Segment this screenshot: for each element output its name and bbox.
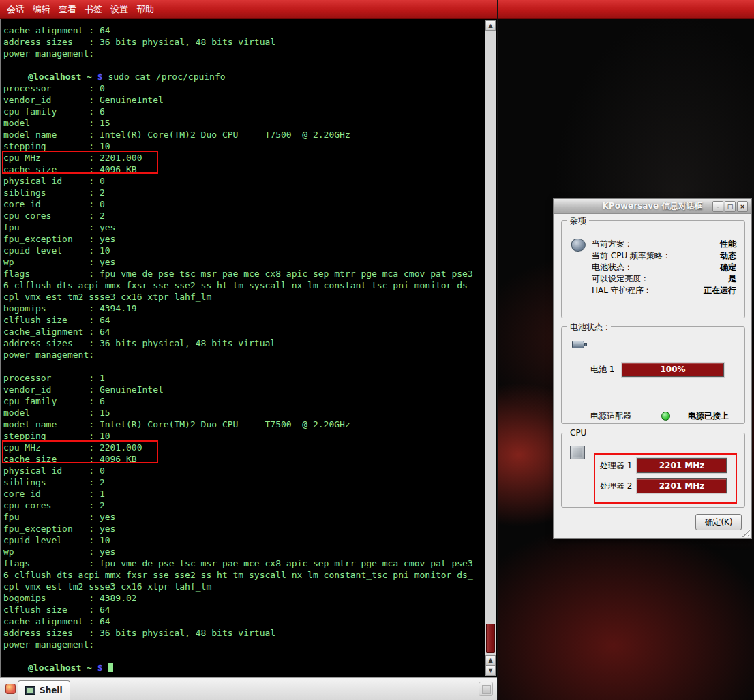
terminal-line: cpl vmx est tm2 ssse3 cx16 xtpr lahf_lm [3, 581, 485, 592]
terminal-line [3, 650, 485, 662]
terminal-line: cpu MHz : 2201.000 [3, 152, 485, 164]
misc-label: 当前 CPU 频率策略 : [592, 250, 668, 262]
redacted-username [3, 663, 28, 671]
terminal-line: core id : 1 [3, 488, 485, 500]
tab-list-button[interactable] [479, 682, 493, 696]
scroll-up-icon[interactable]: ▲ [485, 655, 496, 665]
prompt-symbol: $ [92, 663, 108, 673]
terminal-line: physical id : 0 [3, 465, 485, 476]
terminal-line: @localhost ~ $ [3, 662, 485, 673]
new-session-icon [5, 684, 16, 694]
kpowersave-dialog: KPowersave 信息对话框 – □ × 杂项 当前方案 : 性能 当前 C… [553, 198, 752, 539]
minimize-button[interactable]: – [712, 201, 723, 212]
misc-row: HAL 守护程序 : 正在运行 [592, 285, 736, 296]
terminal-line: core id : 0 [3, 198, 485, 210]
ok-button-accel: K [724, 517, 729, 527]
terminal-line: cpl vmx est tm2 ssse3 cx16 xtpr lahf_lm [3, 291, 485, 303]
resize-grip[interactable] [742, 529, 750, 537]
processor-label: 处理器 1 [600, 460, 637, 472]
processor-label: 处理器 2 [600, 481, 637, 492]
terminal-line: fpu : yes [3, 511, 485, 523]
adapter-label: 电源适配器 [590, 410, 650, 422]
terminal-line: power management: [3, 639, 485, 650]
menu-item-session[interactable]: 会话 [3, 0, 29, 19]
misc-value: 正在运行 [704, 285, 736, 296]
misc-row: 电池状态 : 确定 [592, 262, 736, 273]
group-misc-title: 杂项 [567, 215, 589, 227]
menu-item-settings[interactable]: 设置 [106, 0, 132, 19]
terminal-line: cpuid level : 10 [3, 245, 485, 256]
terminal-line: processor : 1 [3, 372, 485, 384]
menu-bar: 会话 编辑 查看 书签 设置 帮助 [0, 0, 754, 19]
new-session-button[interactable] [3, 681, 18, 697]
ok-button-label: ) [729, 517, 733, 527]
window-separator [497, 0, 498, 700]
terminal-line: model name : Intel(R) Core(TM)2 Duo CPU … [3, 129, 485, 140]
scrollbar-thumb[interactable] [486, 624, 495, 653]
terminal-line: wp : yes [3, 256, 485, 268]
terminal-line: model : 15 [3, 407, 485, 419]
menu-item-view[interactable]: 查看 [55, 0, 80, 19]
prompt-symbol: $ [92, 72, 108, 82]
adapter-led-icon [661, 412, 670, 421]
battery-label: 电池 1 [590, 364, 622, 376]
group-cpu: CPU 处理器 1 2201 MHz 处理器 2 2201 MHz [561, 433, 745, 508]
misc-row: 可以设定亮度 : 是 [592, 273, 736, 285]
terminal-line [3, 361, 485, 372]
terminal-line: stepping : 10 [3, 430, 485, 442]
terminal-scrollbar[interactable]: ▲ ▲ ▼ [485, 20, 496, 676]
terminal-line: bogomips : 4394.19 [3, 303, 485, 314]
scheme-icon [571, 239, 586, 252]
group-battery: 电池状态 : 电池 1 100% 电源适配器 电源已接上 [561, 326, 745, 424]
scroll-up-icon[interactable]: ▲ [485, 20, 496, 31]
terminal-line: cache size : 4096 KB [3, 453, 485, 465]
terminal-line: model name : Intel(R) Core(TM)2 Duo CPU … [3, 419, 485, 430]
terminal-line: cache size : 4096 KB [3, 164, 485, 175]
terminal-line: fpu_exception : yes [3, 233, 485, 245]
misc-label: 可以设定亮度 : [592, 273, 646, 285]
processor-row: 处理器 2 2201 MHz [600, 478, 727, 493]
misc-value: 性能 [720, 239, 736, 250]
menu-item-edit[interactable]: 编辑 [29, 0, 55, 19]
terminal-line: cpu family : 6 [3, 395, 485, 407]
battery-icon [572, 338, 588, 350]
misc-label: 电池状态 : [592, 262, 630, 273]
terminal-line: bogomips : 4389.02 [3, 592, 485, 604]
group-cpu-title: CPU [567, 428, 589, 438]
misc-rows: 当前方案 : 性能 当前 CPU 频率策略 : 动态 电池状态 : 确定 可以设… [592, 239, 736, 296]
terminal-cursor [108, 663, 113, 672]
terminal-line: cpu family : 6 [3, 106, 485, 117]
terminal-line: clflush size : 64 [3, 314, 485, 326]
terminal-line: wp : yes [3, 546, 485, 558]
group-misc: 杂项 当前方案 : 性能 当前 CPU 频率策略 : 动态 电池状态 : 确定 … [561, 220, 745, 318]
terminal-line: 6 clflush dts acpi mmx fxsr sse sse2 ss … [3, 279, 485, 291]
misc-label: 当前方案 : [592, 239, 630, 250]
terminal-line: cpu cores : 2 [3, 210, 485, 222]
redacted-username [3, 72, 28, 80]
misc-value: 动态 [720, 250, 736, 262]
terminal-line: stepping : 10 [3, 140, 485, 152]
battery-row: 电池 1 100% [590, 363, 724, 377]
scroll-down-icon[interactable]: ▼ [485, 665, 496, 675]
menu-item-help[interactable]: 帮助 [132, 0, 158, 19]
terminal-line: flags : fpu vme de pse tsc msr pae mce c… [3, 268, 485, 279]
tab-shell[interactable]: Shell [18, 680, 70, 700]
terminal-line: siblings : 2 [3, 476, 485, 488]
terminal-line: vendor_id : GenuineIntel [3, 94, 485, 106]
terminal-icon [25, 686, 35, 695]
terminal-line: cpuid level : 10 [3, 534, 485, 546]
cpu-icon [570, 446, 585, 459]
close-button[interactable]: × [737, 201, 748, 212]
battery-icon-tip [584, 343, 587, 346]
processor-frequency-bar: 2201 MHz [637, 478, 727, 493]
terminal-line: @localhost ~ $ sudo cat /proc/cpuinfo [3, 71, 485, 82]
terminal-line: 6 clflush dts acpi mmx fxsr sse sse2 ss … [3, 569, 485, 581]
menu-item-bookmarks[interactable]: 书签 [80, 0, 106, 19]
terminal-output[interactable]: cache_alignment : 64address sizes : 36 b… [1, 19, 485, 677]
ok-button[interactable]: 确定(K) [695, 514, 742, 530]
terminal-line: address sizes : 36 bits physical, 48 bit… [3, 36, 485, 48]
terminal-line: model : 15 [3, 117, 485, 129]
terminal-line: cache_alignment : 64 [3, 615, 485, 627]
maximize-button[interactable]: □ [725, 201, 736, 212]
terminal-line: flags : fpu vme de pse tsc msr pae mce c… [3, 558, 485, 569]
